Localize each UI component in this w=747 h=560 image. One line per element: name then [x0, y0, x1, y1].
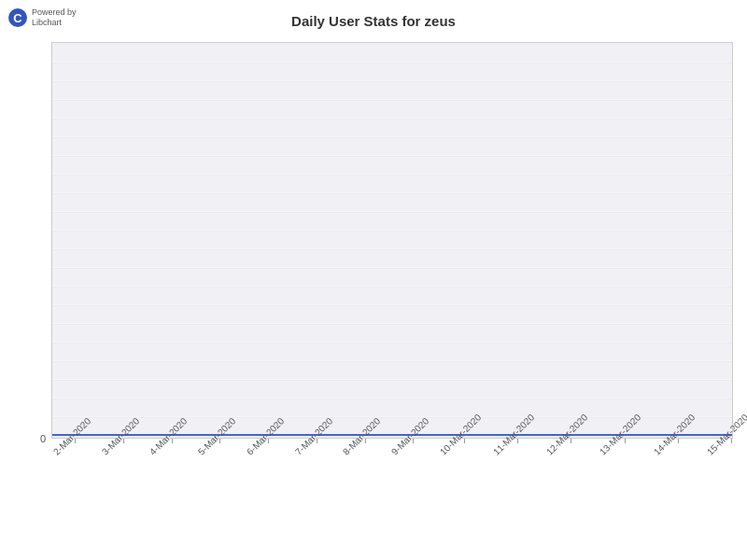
x-tick: [625, 439, 626, 443]
x-label-wrapper: 6-Mar-2020: [245, 439, 293, 551]
x-label-wrapper: 9-Mar-2020: [389, 439, 438, 551]
x-tick: [464, 439, 465, 443]
data-line: [52, 434, 732, 436]
x-tick: [571, 439, 571, 443]
x-axis: 2-Mar-20203-Mar-20204-Mar-20205-Mar-2020…: [51, 439, 733, 551]
x-label-wrapper: 15-Mar-2020: [705, 439, 747, 551]
x-tick: [517, 439, 518, 443]
x-label-wrapper: 14-Mar-2020: [652, 439, 705, 551]
x-label-wrapper: 3-Mar-2020: [100, 439, 148, 551]
x-label-wrapper: 11-Mar-2020: [491, 439, 544, 551]
x-label-wrapper: 4-Mar-2020: [148, 439, 196, 551]
x-label-wrapper: 7-Mar-2020: [293, 439, 342, 551]
y-label-zero: 0: [40, 433, 46, 444]
y-axis-labels: 0: [0, 42, 51, 439]
x-label-wrapper: 10-Mar-2020: [438, 439, 491, 551]
x-label-wrapper: 2-Mar-2020: [51, 439, 100, 551]
x-tick: [731, 439, 732, 443]
x-tick: [678, 439, 679, 443]
x-label-wrapper: 5-Mar-2020: [196, 439, 245, 551]
chart-container: C Powered by Libchart Daily User Stats f…: [0, 0, 747, 560]
chart-title: Daily User Stats for zeus: [0, 13, 747, 29]
chart-background: [52, 43, 732, 438]
x-label-wrapper: 12-Mar-2020: [544, 439, 598, 551]
chart-area: [51, 42, 733, 439]
x-label-wrapper: 8-Mar-2020: [341, 439, 389, 551]
x-label-wrapper: 13-Mar-2020: [598, 439, 651, 551]
chart-left-border: [51, 42, 52, 439]
